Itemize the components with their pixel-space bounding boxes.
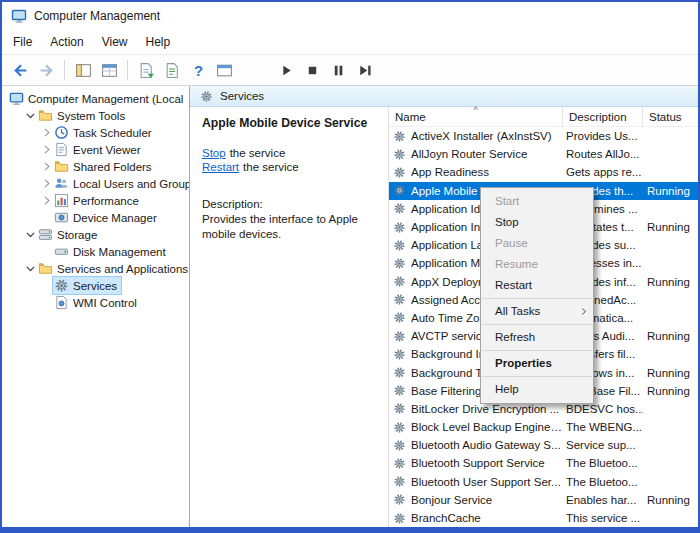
pause-service-button[interactable] [326,58,350,82]
report-icon [164,62,181,79]
service-row[interactable]: App ReadinessGets apps re... [389,163,698,181]
tree-item-services[interactable]: Services [2,277,189,294]
pause-service-icon [330,62,347,79]
service-row[interactable]: AllJoyn Router ServiceRoutes AllJo... [389,145,698,163]
menu-help[interactable]: Help [137,32,180,52]
service-description: Gets apps re... [563,166,643,178]
service-description: The WBENG... [563,421,643,433]
service-name: Bluetooth Support Service [411,457,545,469]
service-row[interactable]: BranchCacheThis service ... [389,509,698,527]
show-console-tree-button[interactable] [71,58,95,82]
stop-service-link[interactable]: Stop [202,147,226,159]
chevron-collapsed-icon[interactable] [40,160,53,173]
start-service-button[interactable] [274,58,298,82]
menu-separator [482,298,592,299]
service-description: This service ... [563,512,643,524]
gear-icon [393,275,406,288]
gear-icon [393,257,406,270]
menu-item-help[interactable]: Help [481,379,593,400]
menu-item-restart[interactable]: Restart [481,275,593,296]
console-tree: Computer Management (Local System Tools … [2,86,190,527]
link-suffix: the service [243,161,299,173]
tree-item-label: Services [73,280,117,292]
chevron-expanded-icon[interactable] [24,109,37,122]
selected-service-title: Apple Mobile Device Service [202,116,376,130]
column-header-status[interactable]: Status [643,107,698,126]
tree-item-system-tools[interactable]: System Tools [2,107,189,124]
tree-item-task-scheduler[interactable]: Task Scheduler [2,124,189,141]
chevron-expanded-icon[interactable] [24,228,37,241]
tree-item-device-manager[interactable]: Device Manager [2,209,189,226]
menu-item-stop[interactable]: Stop [481,212,593,233]
service-status: Running [643,221,698,233]
tree-item-label: System Tools [57,110,125,122]
chevron-collapsed-icon[interactable] [40,177,53,190]
tree-item-wmi-control[interactable]: WMI Control [2,294,189,311]
computer-icon [9,91,24,106]
service-description: The Bluetoo... [563,457,643,469]
clock-icon [54,125,69,140]
service-name: AVCTP service [411,330,488,342]
service-row[interactable]: Block Level Backup Engine ...The WBENG..… [389,418,698,436]
tree-item-shared-folders[interactable]: Shared Folders [2,158,189,175]
stop-service-button[interactable] [300,58,324,82]
restart-service-icon [356,62,373,79]
toolbar-separator [127,60,128,80]
gear-icon [54,278,69,293]
column-header-description[interactable]: Description [563,107,643,126]
gear-icon [393,239,406,252]
sort-ascending-icon: ^ [473,105,477,115]
restart-service-link[interactable]: Restart [202,161,239,173]
tree-item-label: Event Viewer [73,144,141,156]
properties-button[interactable] [97,58,121,82]
service-row[interactable]: Bluetooth Audio Gateway S...Service sup.… [389,436,698,454]
service-row[interactable]: Bonjour ServiceEnables har...Running [389,491,698,509]
tree-item-label: Disk Management [73,246,166,258]
window-icon [216,62,233,79]
tree-item-label: Computer Management (Local [28,93,183,105]
report-button[interactable] [160,58,184,82]
chevron-collapsed-icon[interactable] [40,143,53,156]
tree-item-services-and-applications[interactable]: Services and Applications [2,260,189,277]
tree-item-performance[interactable]: Performance [2,192,189,209]
window-title: Computer Management [34,9,160,23]
tree-item-storage[interactable]: Storage [2,226,189,243]
gear-icon [393,439,406,452]
service-row[interactable]: Bluetooth User Support Ser...The Bluetoo… [389,473,698,491]
service-name: Bluetooth User Support Ser... [411,476,561,488]
tree-item-label: Local Users and Groups [73,178,190,190]
column-header-name[interactable]: ^Name [389,107,563,126]
gear-icon [393,457,406,470]
menu-file[interactable]: File [4,32,41,52]
chevron-expanded-icon[interactable] [24,262,37,275]
tree-item-computer-management[interactable]: Computer Management (Local [2,90,189,107]
export-list-button[interactable] [134,58,158,82]
tree-item-disk-management[interactable]: Disk Management [2,243,189,260]
service-row[interactable]: ActiveX Installer (AxInstSV)Provides Us.… [389,127,698,145]
help-button[interactable] [186,58,210,82]
chevron-collapsed-icon[interactable] [40,194,53,207]
tree-item-event-viewer[interactable]: Event Viewer [2,141,189,158]
expander-spacer [40,279,53,292]
services-view: Services Apple Mobile Device Service Sto… [190,86,698,527]
chevron-collapsed-icon[interactable] [40,126,53,139]
gear-icon [393,330,406,343]
menu-action[interactable]: Action [41,32,92,52]
service-name: App Readiness [411,166,489,178]
menu-item-start: Start [481,191,593,212]
menu-item-properties[interactable]: Properties [481,353,593,374]
extended-view-button[interactable] [212,58,236,82]
tree-item-local-users-and-groups[interactable]: Local Users and Groups [2,175,189,192]
menu-separator [482,376,592,377]
gear-icon [393,384,406,397]
export-list-icon [138,62,155,79]
tree-item-label: Storage [57,229,97,241]
computer-management-icon [11,8,27,24]
restart-service-button[interactable] [352,58,376,82]
service-row[interactable]: Bluetooth Support ServiceThe Bluetoo... [389,454,698,472]
menu-view[interactable]: View [93,32,137,52]
computer-management-window: Computer Management File Action View Hel… [0,0,700,533]
menu-item-all-tasks[interactable]: All Tasks [481,301,593,322]
back-button[interactable] [8,58,32,82]
menu-item-refresh[interactable]: Refresh [481,327,593,348]
